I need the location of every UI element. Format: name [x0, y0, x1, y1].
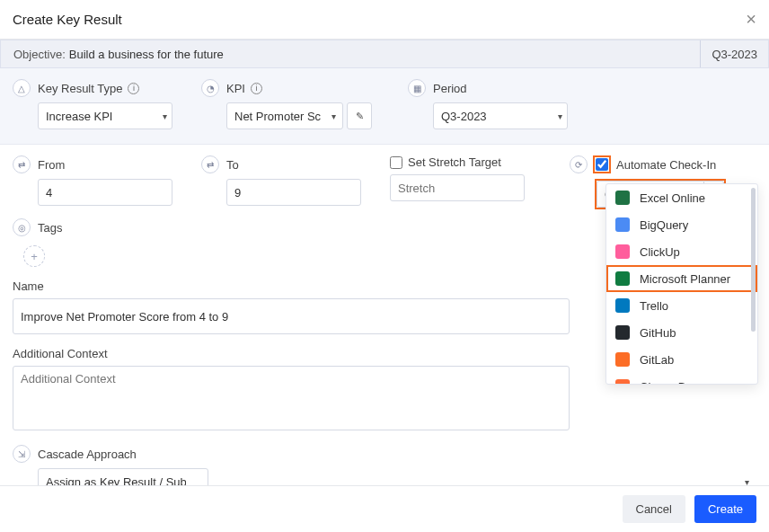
cascade-label: Cascade Approach	[38, 448, 137, 461]
connection-option-label: GitHub	[640, 326, 676, 340]
to-input[interactable]	[226, 179, 361, 206]
connection-option-label: Microsoft Planner	[640, 272, 730, 286]
connection-option-label: GitLab	[640, 353, 674, 367]
connection-option[interactable]: BigQuery	[606, 211, 757, 238]
connection-option[interactable]: Excel Online	[606, 184, 757, 211]
modal-footer: Cancel Create	[0, 485, 769, 532]
integration-icon	[615, 298, 630, 313]
cascade-select[interactable]: Assign as Key Result / Sub Ke...	[38, 468, 208, 485]
integration-icon	[615, 244, 630, 259]
triangle-icon: △	[13, 79, 31, 97]
integration-icon	[615, 191, 630, 205]
key-result-type-label: Key Result Type i	[38, 82, 139, 95]
connection-dropdown[interactable]: Excel OnlineBigQueryClickUpMicrosoft Pla…	[605, 183, 758, 385]
stretch-label: Set Stretch Target	[408, 155, 501, 169]
connection-option-label: ChargeBee	[640, 380, 699, 386]
connection-option-label: Trello	[640, 299, 668, 313]
info-icon[interactable]: i	[251, 83, 262, 94]
arrows-icon: ⇄	[201, 155, 219, 173]
to-label: To	[226, 158, 239, 172]
connection-option-label: ClickUp	[640, 245, 680, 259]
automate-checkbox[interactable]	[596, 158, 608, 171]
name-input[interactable]	[13, 298, 570, 334]
kpi-edit-button[interactable]: ✎	[347, 102, 372, 129]
objective-period: Q3-2023	[700, 40, 768, 67]
tags-label: Tags	[38, 221, 62, 235]
add-tag-button[interactable]: +	[23, 245, 45, 267]
connection-option[interactable]: ClickUp	[606, 238, 757, 265]
connection-option[interactable]: Microsoft Planner	[606, 265, 757, 292]
integration-icon	[615, 217, 630, 232]
modal-title: Create Key Result	[13, 12, 122, 27]
connection-option-label: BigQuery	[640, 218, 688, 232]
from-input[interactable]	[38, 179, 172, 206]
stretch-checkbox[interactable]	[390, 156, 402, 169]
info-icon[interactable]: i	[128, 83, 139, 94]
automate-label: Automate Check-In	[616, 158, 716, 172]
period-select[interactable]: Q3-2023	[433, 102, 568, 129]
connection-option[interactable]: GitLab	[606, 346, 757, 373]
gauge-icon: ◔	[201, 79, 219, 97]
stretch-input	[390, 174, 525, 201]
kpi-label: KPI i	[226, 82, 262, 95]
tag-icon: ◎	[13, 218, 31, 236]
integration-icon	[615, 379, 630, 385]
connection-option-label: Excel Online	[640, 191, 705, 205]
arrows-icon: ⇄	[13, 155, 31, 173]
connection-option[interactable]: GitHub	[606, 319, 757, 346]
objective-label: Objective:	[13, 48, 66, 61]
connection-option[interactable]: Trello	[606, 292, 757, 319]
key-result-type-select[interactable]: Increase KPI	[38, 102, 172, 129]
calendar-icon: ▦	[408, 79, 426, 97]
cancel-button[interactable]: Cancel	[623, 495, 685, 523]
context-textarea[interactable]	[13, 366, 570, 430]
scrollbar[interactable]	[751, 188, 756, 332]
cascade-icon: ⇲	[13, 445, 31, 463]
integration-icon	[615, 325, 630, 340]
integration-icon	[615, 271, 630, 286]
close-icon[interactable]: ×	[746, 9, 756, 30]
from-label: From	[38, 158, 65, 172]
objective-bar: Objective: Build a business for the futu…	[0, 40, 769, 68]
kpi-select[interactable]: Net Promoter Sc...	[226, 102, 343, 129]
automate-checkbox-highlight	[593, 155, 611, 173]
sync-icon: ⟳	[570, 155, 588, 173]
integration-icon	[615, 352, 630, 367]
objective-value: Build a business for the future	[69, 48, 224, 61]
connection-option[interactable]: ChargeBee	[606, 373, 757, 385]
create-button[interactable]: Create	[694, 495, 756, 523]
period-label: Period	[433, 82, 467, 95]
modal-header: Create Key Result ×	[0, 0, 769, 40]
